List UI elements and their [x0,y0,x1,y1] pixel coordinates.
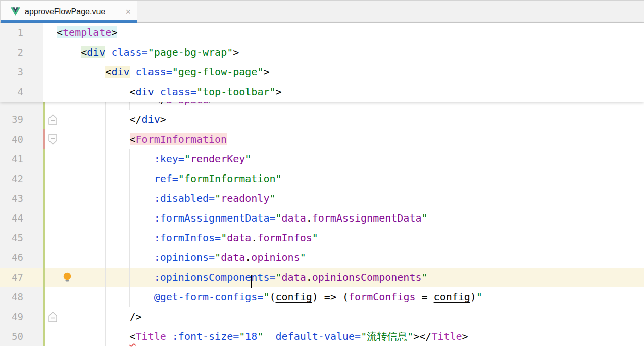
code-token [57,251,154,264]
code-line[interactable]: 46 :opinions="data.opinions" [0,248,644,268]
code-token [57,330,130,342]
code-lines-area[interactable]: 39 </div>40 <FormInformation41 :key="ren… [0,110,644,346]
code-token [57,85,130,98]
code-token: < [130,133,136,145]
code-token: " [422,271,428,283]
code-line[interactable]: 2 <div class="page-bg-wrap"> [0,42,644,62]
code-line-content[interactable]: <div class="geg-flow-page"> [57,62,269,82]
code-token: = [172,172,178,185]
code-line[interactable]: 3 <div class="geg-flow-page"> [0,62,644,82]
code-line[interactable]: 1<template> [0,23,644,42]
vcs-change-bar [43,129,45,149]
code-token: class [111,46,141,58]
line-number [0,102,43,110]
vcs-change-bar [43,327,45,346]
code-token: div [142,113,160,125]
code-line-content[interactable]: :opinions="data.opinions" [57,248,306,268]
code-token: = [215,232,221,244]
code-token: /> [130,311,142,323]
partially-scrolled-line: </a-space> [0,102,644,110]
line-number: 42 [0,169,43,189]
code-line-content[interactable]: <div class="top-toolbar"> [57,82,282,102]
code-line-content[interactable]: :opinionsComponents="data.opinionsCompon… [57,268,428,287]
code-token: a-space [166,102,209,106]
code-line[interactable]: 44 :formAssignmentData="data.formAssignm… [0,208,644,228]
tab-approveflowpage[interactable]: approveFlowPage.vue × [0,1,137,22]
fold-marker-icon[interactable] [48,312,57,322]
code-token: config [276,291,312,303]
code-token: = [355,330,361,342]
code-line-content[interactable]: <Title :font-size="18" default-value="流转… [57,327,468,346]
code-token: > [111,26,117,38]
code-token [166,330,172,342]
code-token: " [361,330,367,342]
code-line[interactable]: 45 :formInfos="data.formInfos" [0,228,644,248]
code-line-content[interactable]: </a-space> [57,102,215,110]
code-line-content[interactable]: /> [57,307,142,327]
code-line-content[interactable]: :key="renderKey" [57,149,251,169]
code-token: "geg-flow-page" [172,66,264,78]
code-token: " [221,232,227,244]
code-line-content[interactable]: </div> [57,110,166,129]
code-line[interactable]: 48 @get-form-configs="(config) => (formC… [0,287,644,307]
code-token: " [215,251,221,264]
code-token: < [130,85,136,98]
close-icon[interactable]: × [125,7,131,16]
code-line-content[interactable]: :disabled="readonly" [57,189,276,208]
code-token: :formInfos [154,232,215,244]
code-token [57,271,154,283]
code-token: Title [431,330,462,342]
code-token: 18 [245,330,257,342]
code-token: => [318,291,342,303]
code-token: ) [470,291,476,303]
code-token [57,66,105,78]
code-line-content[interactable]: ref="formInformation" [57,169,282,189]
code-token: " [269,192,275,204]
code-token: ) [312,291,318,303]
code-line-content[interactable]: <template> [57,23,117,42]
code-line[interactable]: 43 :disabled="readonly" [0,189,644,208]
code-line[interactable]: 50 <Title :font-size="18" default-value=… [0,327,644,346]
code-token: " [312,232,318,244]
code-token: div [87,46,105,58]
code-token: config [434,291,470,303]
line-number: 45 [0,228,43,248]
code-line-content[interactable]: @get-form-configs="(config) => (formConf… [57,287,482,307]
code-line-content[interactable]: <div class="page-bg-wrap"> [57,42,239,62]
code-line[interactable]: 40 <FormInformation [0,129,644,149]
code-line-content[interactable]: :formInfos="data.formInfos" [57,228,318,248]
code-token: "top-toolbar" [196,85,276,98]
code-token: </ [419,330,431,342]
code-line[interactable]: 4 <div class="top-toolbar"> [0,82,644,102]
code-line-content[interactable]: :formAssignmentData="data.formAssignment… [57,208,428,228]
vcs-change-bar [43,189,45,208]
fold-marker-icon[interactable] [48,114,57,125]
code-token [57,232,154,244]
code-line[interactable]: </a-space> [0,102,644,110]
code-token: readonly [221,192,269,204]
code-token: > [263,66,269,78]
code-token: :formAssignmentData [154,212,270,224]
code-token: = [178,153,184,165]
code-editor[interactable]: 1<template>2 <div class="page-bg-wrap">3… [0,23,644,349]
code-token: < [57,26,63,38]
line-number: 39 [0,110,43,129]
fold-marker-icon[interactable] [48,134,57,145]
line-number: 47 [0,268,43,287]
code-token: data [221,251,245,264]
code-line-content[interactable]: <FormInformation [57,129,227,149]
vcs-change-bar [43,208,45,228]
code-token: nts [251,271,269,283]
line-number: 46 [0,248,43,268]
code-line[interactable]: 42 ref="formInformation" [0,169,644,189]
code-token: " [239,330,245,342]
code-token [57,311,130,323]
code-line[interactable]: 39 </div> [0,110,644,129]
vcs-change-bar [43,248,45,268]
code-token: renderKey [190,153,245,165]
code-line[interactable]: 49 /> [0,307,644,327]
code-token [57,46,81,58]
code-token: template [63,26,111,38]
code-line[interactable]: 47 :opinionsComponents="data.opinionsCom… [0,268,644,287]
code-line[interactable]: 41 :key="renderKey" [0,149,644,169]
